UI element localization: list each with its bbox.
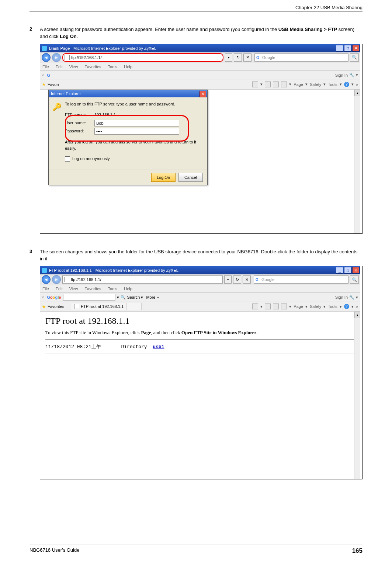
tools-menu[interactable]: Tools — [328, 304, 337, 309]
menu-file[interactable]: File — [42, 287, 49, 291]
address-dropdown[interactable]: ▾ — [224, 275, 232, 284]
menu-edit[interactable]: Edit — [56, 287, 63, 291]
toolbar-close[interactable]: × — [42, 73, 44, 77]
menu-view[interactable]: View — [69, 65, 78, 69]
print-icon[interactable] — [281, 303, 287, 309]
close-button[interactable]: ✕ — [352, 267, 360, 274]
log-on-button[interactable]: Log On — [151, 173, 176, 182]
star-icon[interactable]: ★ — [42, 304, 46, 309]
footer-guide: NBG6716 User's Guide — [30, 547, 79, 555]
screenshot-ftp-login: Blank Page - Microsoft Internet Explorer… — [40, 44, 362, 234]
print-icon[interactable] — [281, 81, 287, 87]
mail-icon[interactable] — [273, 81, 279, 87]
menu-favorites[interactable]: Favorites — [84, 65, 101, 69]
search-button[interactable]: 🔍 — [350, 53, 359, 62]
browser-tab[interactable]: FTP root at 192.168.1.1 — [71, 303, 127, 310]
minimize-button[interactable]: _ — [336, 45, 343, 52]
address-text: ftp://192.168.1.1/ — [71, 277, 101, 282]
step-2: 2 A screen asking for password authentic… — [30, 26, 362, 40]
menu-help[interactable]: Help — [124, 65, 132, 69]
star-icon[interactable]: ★ — [42, 81, 46, 87]
google-search-button[interactable]: 🔍 Search ▾ — [121, 295, 143, 300]
feed-icon[interactable] — [265, 81, 271, 87]
mail-icon[interactable] — [273, 303, 279, 309]
anonymous-checkbox[interactable] — [65, 156, 70, 162]
favorites-bar: ★ Favori ▾ ▾ Page▾ Safety▾ Tools▾ ?▾ » — [40, 80, 360, 89]
password-label: Password: — [65, 128, 94, 135]
google-more-button[interactable]: More » — [146, 295, 159, 299]
nav-bar: ◄ ► ftp://192.168.1.1/ ▾ ↻ ✕ Google 🔍 — [40, 52, 360, 63]
page-menu[interactable]: Page — [294, 304, 303, 309]
favorites-bar: ★ Favorites FTP root at 192.168.1.1 ▾ ▾ … — [40, 302, 360, 311]
wrench-icon[interactable]: 🔧 — [349, 73, 354, 77]
password-input[interactable] — [94, 128, 179, 135]
back-button[interactable]: ◄ — [42, 275, 51, 284]
forward-button[interactable]: ► — [52, 53, 61, 62]
step-text: A screen asking for password authenticat… — [40, 26, 362, 40]
menu-tools[interactable]: Tools — [108, 287, 118, 291]
help-icon[interactable]: ? — [344, 82, 349, 87]
tools-menu[interactable]: Tools — [328, 82, 337, 87]
ftp-server-value: 192.168.1.1 — [94, 112, 116, 118]
search-button[interactable]: 🔍 — [350, 275, 359, 284]
address-bar[interactable]: ftp://192.168.1.1/ — [62, 275, 223, 284]
sign-in-link[interactable]: Sign In — [335, 295, 348, 299]
window-titlebar: FTP root at 192.168.1.1 - Microsoft Inte… — [40, 266, 360, 274]
back-button[interactable]: ◄ — [42, 53, 51, 62]
favorites-label[interactable]: Favori — [48, 82, 59, 87]
google-icon — [256, 277, 260, 282]
vertical-scrollbar[interactable]: ▴ — [354, 90, 360, 233]
maximize-button[interactable]: □ — [344, 45, 351, 52]
dialog-titlebar: Internet Explorer ✕ — [49, 90, 207, 97]
step-number: 2 — [30, 26, 40, 40]
help-icon[interactable]: ? — [344, 304, 349, 309]
directory-listing: 11/18/2012 08:21上午 Directory usb1 — [45, 343, 355, 350]
menu-help[interactable]: Help — [124, 287, 132, 291]
new-tab-button[interactable] — [127, 303, 142, 310]
toolbar-close[interactable]: × — [42, 295, 44, 299]
stop-button[interactable]: ✕ — [243, 53, 251, 62]
menu-edit[interactable]: Edit — [56, 65, 63, 69]
wrench-icon[interactable]: 🔧 — [349, 295, 354, 300]
address-bar-highlighted[interactable]: ftp://192.168.1.1/ — [62, 53, 223, 62]
ftp-server-label: FTP server: — [65, 112, 94, 118]
stop-button[interactable]: ✕ — [243, 275, 251, 284]
feed-icon[interactable] — [265, 303, 271, 309]
safety-menu[interactable]: Safety — [310, 304, 321, 309]
vertical-scrollbar[interactable]: ▴ — [354, 312, 360, 479]
menu-file[interactable]: File — [42, 65, 49, 69]
username-input[interactable] — [94, 120, 179, 126]
menu-tools[interactable]: Tools — [108, 65, 118, 69]
ftp-login-dialog: Internet Explorer ✕ To log on to this FT… — [48, 90, 208, 185]
browser-content: ▴ Internet Explorer ✕ To log on to this … — [40, 89, 360, 233]
scroll-up[interactable]: ▴ — [354, 90, 360, 96]
address-dropdown[interactable]: ▾ — [225, 53, 232, 62]
menu-view[interactable]: View — [69, 287, 78, 291]
nav-bar: ◄ ► ftp://192.168.1.1/ ▾ ↻ ✕ Google 🔍 — [40, 274, 360, 285]
scroll-up[interactable]: ▴ — [354, 312, 360, 318]
home-icon[interactable] — [252, 303, 258, 309]
directory-link-usb1[interactable]: usb1 — [153, 344, 164, 350]
divider — [45, 339, 355, 340]
refresh-button[interactable]: ↻ — [233, 275, 241, 284]
screenshot-ftp-root: FTP root at 192.168.1.1 - Microsoft Inte… — [40, 266, 362, 479]
ie-icon — [42, 46, 47, 51]
window-titlebar: Blank Page - Microsoft Internet Explorer… — [40, 44, 360, 52]
page-menu[interactable]: Page — [294, 82, 303, 87]
search-box[interactable]: Google — [254, 53, 348, 62]
refresh-button[interactable]: ↻ — [234, 53, 242, 62]
minimize-button[interactable]: _ — [336, 267, 343, 274]
safety-menu[interactable]: Safety — [310, 82, 321, 87]
search-box[interactable]: Google — [254, 275, 348, 284]
home-icon[interactable] — [252, 81, 258, 87]
dialog-close-button[interactable]: ✕ — [200, 91, 206, 97]
menu-favorites[interactable]: Favorites — [84, 287, 101, 291]
google-search-input[interactable] — [63, 294, 115, 301]
sign-in-link[interactable]: Sign In — [335, 73, 348, 77]
favorites-label[interactable]: Favorites — [48, 304, 64, 309]
close-button[interactable]: ✕ — [352, 45, 360, 52]
cancel-button[interactable]: Cancel — [178, 173, 203, 182]
forward-button[interactable]: ► — [52, 275, 61, 284]
maximize-button[interactable]: □ — [344, 267, 351, 274]
ftp-page-title: FTP root at 192.168.1.1 — [45, 316, 355, 326]
